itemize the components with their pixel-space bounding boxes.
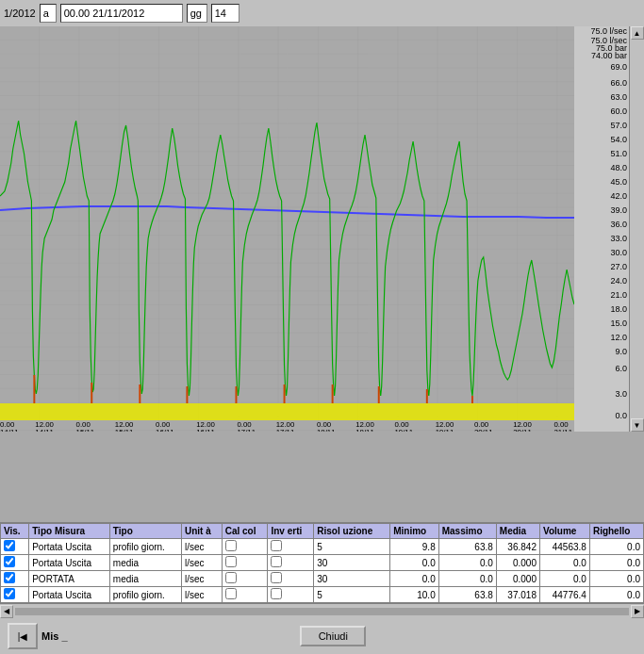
cell-risol: 5 [314,539,390,555]
vertical-scrollbar[interactable]: ▲ ▼ [629,26,644,432]
col-cal: Cal col [222,524,268,539]
svg-text:18/11: 18/11 [317,428,336,432]
cell-risol: 30 [314,571,390,587]
data-table: Vis. Tipo Misura Tipo Unit à Cal col Inv… [0,523,644,603]
col-volume: Volume [539,524,589,539]
bottom-bar: |◀ Mis _ Chiudi [0,618,644,654]
cell-tipo: profilo giorn. [109,539,181,555]
svg-text:14/11: 14/11 [0,428,19,432]
a-input[interactable] [40,4,57,23]
scroll-left-btn[interactable]: ◀ [0,605,13,618]
cell-risol: 5 [314,587,390,603]
svg-text:21/11: 21/11 [553,428,572,432]
cal-checkbox[interactable] [225,556,237,567]
svg-text:18/11: 18/11 [355,428,374,432]
scroll-up-btn[interactable]: ▲ [631,26,644,40]
table-row: Portata Uscita profilo giorn. l/sec 5 9.… [1,539,644,555]
svg-rect-5 [0,403,574,420]
gg-input[interactable] [187,4,207,23]
cell-righello: 0.0 [589,539,643,555]
svg-text:14/11: 14/11 [35,428,54,432]
chart-area: 0.00 14/11 12.00 14/11 0.00 15/11 12.00 … [0,26,644,522]
cell-vis[interactable] [1,539,29,555]
inv-checkbox[interactable] [271,556,282,567]
chart-svg: 0.00 14/11 12.00 14/11 0.00 15/11 12.00 … [0,26,574,432]
cell-tipo-misura: Portata Uscita [29,587,110,603]
cal-checkbox[interactable] [225,540,237,551]
table-row: Portata Uscita profilo giorn. l/sec 5 10… [1,587,644,603]
cell-tipo-misura: Portata Uscita [29,539,110,555]
vis-checkbox[interactable] [4,572,15,583]
cell-volume: 44563.8 [539,539,589,555]
cell-minimo: 10.0 [390,587,439,603]
main-window: 1/2012 [0,0,644,654]
svg-text:16/11: 16/11 [156,428,174,432]
svg-text:20/11: 20/11 [513,428,532,432]
cell-tipo: media [109,555,181,571]
cell-vis[interactable] [1,587,29,603]
cell-vis[interactable] [1,571,29,587]
svg-text:17/11: 17/11 [276,428,295,432]
cell-massimo: 0.0 [438,555,496,571]
inv-checkbox[interactable] [271,588,282,599]
cell-cal[interactable] [222,571,268,587]
mis-label: Mis _ [41,630,68,642]
cell-inv[interactable] [268,571,314,587]
cell-cal[interactable] [222,539,268,555]
scroll-right-btn[interactable]: ▶ [631,605,644,618]
vis-checkbox[interactable] [4,540,15,551]
col-vis: Vis. [1,524,29,539]
svg-text:16/11: 16/11 [196,428,215,432]
svg-text:20/11: 20/11 [474,428,493,432]
col-massimo: Massimo [438,524,496,539]
col-risol: Risol uzione [314,524,390,539]
cell-minimo: 0.0 [390,571,439,587]
table-area: Vis. Tipo Misura Tipo Unit à Cal col Inv… [0,522,644,618]
date-time-input[interactable] [60,4,183,23]
chiudi-button[interactable]: Chiudi [300,626,366,646]
horizontal-scrollbar[interactable]: ◀ ▶ [0,603,644,618]
cell-volume: 0.0 [539,571,589,587]
scroll-down-btn[interactable]: ▼ [631,418,644,432]
cell-unita: l/sec [181,587,222,603]
cell-righello: 0.0 [589,555,643,571]
vis-checkbox[interactable] [4,588,15,599]
cell-inv[interactable] [268,539,314,555]
num-input[interactable] [211,4,239,23]
cell-cal[interactable] [222,587,268,603]
col-unita: Unit à [181,524,222,539]
cell-media: 0.000 [496,555,539,571]
svg-text:15/11: 15/11 [115,428,134,432]
cell-volume: 44776.4 [539,587,589,603]
y-axis-labels: 75.0 l/sec 75.0 l/sec 75.0 bar 74.00 bar… [574,26,629,432]
cell-risol: 30 [314,555,390,571]
cal-checkbox[interactable] [225,588,237,599]
cell-unita: l/sec [181,539,222,555]
svg-text:19/11: 19/11 [436,428,454,432]
cal-checkbox[interactable] [225,572,237,583]
cell-massimo: 0.0 [438,571,496,587]
cell-tipo: media [109,571,181,587]
cell-unita: l/sec [181,571,222,587]
table-row: Portata Uscita media l/sec 30 0.0 0.0 0.… [1,555,644,571]
cell-minimo: 9.8 [390,539,439,555]
cell-cal[interactable] [222,555,268,571]
col-tipo-misura: Tipo Misura [29,524,110,539]
svg-text:19/11: 19/11 [394,428,413,432]
svg-text:15/11: 15/11 [76,428,95,432]
cell-unita: l/sec [181,555,222,571]
cell-vis[interactable] [1,555,29,571]
top-bar: 1/2012 [0,0,644,26]
table-row: PORTATA media l/sec 30 0.0 0.0 0.000 0.0… [1,571,644,587]
cell-inv[interactable] [268,587,314,603]
inv-checkbox[interactable] [271,540,282,551]
cell-media: 0.000 [496,571,539,587]
inv-checkbox[interactable] [271,572,282,583]
nav-prev-button[interactable]: |◀ [8,623,38,649]
cell-tipo-misura: Portata Uscita [29,555,110,571]
cell-tipo-misura: PORTATA [29,571,110,587]
col-media: Media [496,524,539,539]
cell-massimo: 63.8 [438,539,496,555]
cell-inv[interactable] [268,555,314,571]
vis-checkbox[interactable] [4,556,15,567]
